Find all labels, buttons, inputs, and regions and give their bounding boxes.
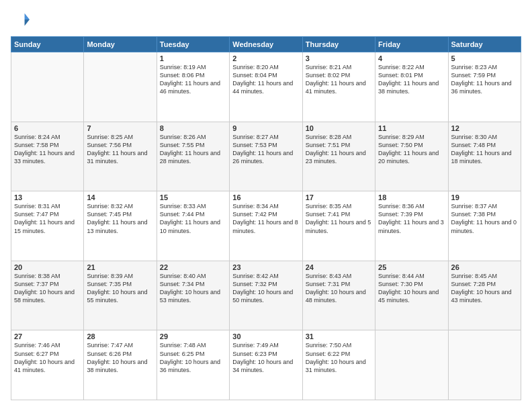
- day-info: Sunrise: 8:45 AM Sunset: 7:28 PM Dayligh…: [451, 272, 518, 305]
- day-info: Sunrise: 8:44 AM Sunset: 7:30 PM Dayligh…: [378, 272, 445, 305]
- day-number: 12: [451, 124, 518, 132]
- day-info: Sunrise: 7:46 AM Sunset: 6:27 PM Dayligh…: [14, 341, 81, 374]
- day-info: Sunrise: 8:19 AM Sunset: 8:06 PM Dayligh…: [160, 63, 226, 96]
- day-cell: 26Sunrise: 8:45 AM Sunset: 7:28 PM Dayli…: [448, 261, 521, 330]
- day-info: Sunrise: 8:33 AM Sunset: 7:44 PM Dayligh…: [160, 202, 226, 235]
- day-cell: 1Sunrise: 8:19 AM Sunset: 8:06 PM Daylig…: [157, 52, 229, 122]
- weekday-header-thursday: Thursday: [302, 37, 375, 52]
- day-info: Sunrise: 7:47 AM Sunset: 6:26 PM Dayligh…: [87, 341, 153, 374]
- day-cell: 22Sunrise: 8:40 AM Sunset: 7:34 PM Dayli…: [157, 261, 229, 330]
- day-cell: 5Sunrise: 8:23 AM Sunset: 7:59 PM Daylig…: [448, 52, 521, 122]
- day-cell: 24Sunrise: 8:43 AM Sunset: 7:31 PM Dayli…: [302, 261, 375, 330]
- day-number: 5: [451, 54, 518, 62]
- day-cell: 16Sunrise: 8:34 AM Sunset: 7:42 PM Dayli…: [230, 191, 302, 261]
- weekday-header-wednesday: Wednesday: [230, 37, 302, 52]
- day-number: 27: [14, 332, 81, 340]
- day-info: Sunrise: 8:23 AM Sunset: 7:59 PM Dayligh…: [451, 63, 518, 96]
- day-info: Sunrise: 7:50 AM Sunset: 6:22 PM Dayligh…: [306, 341, 372, 374]
- day-info: Sunrise: 8:37 AM Sunset: 7:38 PM Dayligh…: [451, 202, 518, 235]
- day-info: Sunrise: 8:40 AM Sunset: 7:34 PM Dayligh…: [160, 272, 226, 305]
- day-cell: 21Sunrise: 8:39 AM Sunset: 7:35 PM Dayli…: [84, 261, 157, 330]
- day-info: Sunrise: 8:34 AM Sunset: 7:42 PM Dayligh…: [232, 202, 299, 235]
- day-number: 15: [160, 193, 226, 201]
- weekday-header-saturday: Saturday: [448, 37, 521, 52]
- day-info: Sunrise: 8:43 AM Sunset: 7:31 PM Dayligh…: [306, 272, 372, 305]
- day-cell: 9Sunrise: 8:27 AM Sunset: 7:53 PM Daylig…: [230, 122, 302, 191]
- day-number: 23: [232, 263, 299, 271]
- day-cell: 15Sunrise: 8:33 AM Sunset: 7:44 PM Dayli…: [157, 191, 229, 261]
- day-number: 30: [232, 332, 299, 340]
- day-cell: 12Sunrise: 8:30 AM Sunset: 7:48 PM Dayli…: [448, 122, 521, 191]
- weekday-header-row: SundayMondayTuesdayWednesdayThursdayFrid…: [11, 37, 521, 52]
- day-number: 14: [87, 193, 153, 201]
- logo: [11, 11, 32, 30]
- day-number: 3: [306, 54, 372, 62]
- day-info: Sunrise: 8:25 AM Sunset: 7:56 PM Dayligh…: [87, 133, 153, 166]
- day-number: 1: [160, 54, 226, 62]
- day-info: Sunrise: 8:38 AM Sunset: 7:37 PM Dayligh…: [14, 272, 81, 305]
- day-info: Sunrise: 8:22 AM Sunset: 8:01 PM Dayligh…: [378, 63, 445, 96]
- day-number: 6: [14, 124, 81, 132]
- day-cell: 23Sunrise: 8:42 AM Sunset: 7:32 PM Dayli…: [230, 261, 302, 330]
- day-number: 19: [451, 193, 518, 201]
- day-info: Sunrise: 8:32 AM Sunset: 7:45 PM Dayligh…: [87, 202, 153, 235]
- page: SundayMondayTuesdayWednesdayThursdayFrid…: [0, 0, 532, 411]
- day-number: 29: [160, 332, 226, 340]
- day-info: Sunrise: 7:49 AM Sunset: 6:23 PM Dayligh…: [232, 341, 299, 374]
- day-cell: 7Sunrise: 8:25 AM Sunset: 7:56 PM Daylig…: [84, 122, 157, 191]
- day-info: Sunrise: 8:30 AM Sunset: 7:48 PM Dayligh…: [451, 133, 518, 166]
- day-cell: 25Sunrise: 8:44 AM Sunset: 7:30 PM Dayli…: [375, 261, 448, 330]
- day-cell: 11Sunrise: 8:29 AM Sunset: 7:50 PM Dayli…: [375, 122, 448, 191]
- day-cell: 19Sunrise: 8:37 AM Sunset: 7:38 PM Dayli…: [448, 191, 521, 261]
- day-number: 31: [306, 332, 372, 340]
- day-cell: [84, 52, 157, 122]
- day-info: Sunrise: 8:26 AM Sunset: 7:55 PM Dayligh…: [160, 133, 226, 166]
- day-number: 9: [232, 124, 299, 132]
- weekday-header-sunday: Sunday: [11, 37, 84, 52]
- weekday-header-friday: Friday: [375, 37, 448, 52]
- day-info: Sunrise: 8:28 AM Sunset: 7:51 PM Dayligh…: [306, 133, 372, 166]
- day-cell: 29Sunrise: 7:48 AM Sunset: 6:25 PM Dayli…: [157, 330, 229, 400]
- day-cell: 28Sunrise: 7:47 AM Sunset: 6:26 PM Dayli…: [84, 330, 157, 400]
- day-number: 4: [378, 54, 445, 62]
- day-cell: 18Sunrise: 8:36 AM Sunset: 7:39 PM Dayli…: [375, 191, 448, 261]
- day-number: 17: [306, 193, 372, 201]
- day-info: Sunrise: 8:42 AM Sunset: 7:32 PM Dayligh…: [232, 272, 299, 305]
- day-number: 28: [87, 332, 153, 340]
- day-cell: 31Sunrise: 7:50 AM Sunset: 6:22 PM Dayli…: [302, 330, 375, 400]
- day-cell: 13Sunrise: 8:31 AM Sunset: 7:47 PM Dayli…: [11, 191, 84, 261]
- day-cell: 8Sunrise: 8:26 AM Sunset: 7:55 PM Daylig…: [157, 122, 229, 191]
- day-number: 8: [160, 124, 226, 132]
- day-info: Sunrise: 8:36 AM Sunset: 7:39 PM Dayligh…: [378, 202, 445, 235]
- day-number: 22: [160, 263, 226, 271]
- day-number: 7: [87, 124, 153, 132]
- day-cell: 14Sunrise: 8:32 AM Sunset: 7:45 PM Dayli…: [84, 191, 157, 261]
- day-number: 16: [232, 193, 299, 201]
- day-cell: 10Sunrise: 8:28 AM Sunset: 7:51 PM Dayli…: [302, 122, 375, 191]
- svg-marker-0: [25, 13, 30, 19]
- day-cell: 20Sunrise: 8:38 AM Sunset: 7:37 PM Dayli…: [11, 261, 84, 330]
- day-info: Sunrise: 8:35 AM Sunset: 7:41 PM Dayligh…: [306, 202, 372, 235]
- day-cell: [448, 330, 521, 400]
- week-row-1: 1Sunrise: 8:19 AM Sunset: 8:06 PM Daylig…: [11, 52, 521, 122]
- day-number: 2: [232, 54, 299, 62]
- day-number: 26: [451, 263, 518, 271]
- day-info: Sunrise: 8:39 AM Sunset: 7:35 PM Dayligh…: [87, 272, 153, 305]
- day-cell: [11, 52, 84, 122]
- day-info: Sunrise: 8:31 AM Sunset: 7:47 PM Dayligh…: [14, 202, 81, 235]
- day-info: Sunrise: 8:27 AM Sunset: 7:53 PM Dayligh…: [232, 133, 299, 166]
- svg-marker-1: [25, 19, 30, 26]
- day-number: 10: [306, 124, 372, 132]
- day-info: Sunrise: 8:21 AM Sunset: 8:02 PM Dayligh…: [306, 63, 372, 96]
- day-cell: 2Sunrise: 8:20 AM Sunset: 8:04 PM Daylig…: [230, 52, 302, 122]
- week-row-5: 27Sunrise: 7:46 AM Sunset: 6:27 PM Dayli…: [11, 330, 521, 400]
- day-cell: 3Sunrise: 8:21 AM Sunset: 8:02 PM Daylig…: [302, 52, 375, 122]
- day-number: 13: [14, 193, 81, 201]
- weekday-header-monday: Monday: [84, 37, 157, 52]
- day-cell: 17Sunrise: 8:35 AM Sunset: 7:41 PM Dayli…: [302, 191, 375, 261]
- day-cell: 6Sunrise: 8:24 AM Sunset: 7:58 PM Daylig…: [11, 122, 84, 191]
- day-info: Sunrise: 8:24 AM Sunset: 7:58 PM Dayligh…: [14, 133, 81, 166]
- day-number: 11: [378, 124, 445, 132]
- day-info: Sunrise: 8:29 AM Sunset: 7:50 PM Dayligh…: [378, 133, 445, 166]
- day-number: 21: [87, 263, 153, 271]
